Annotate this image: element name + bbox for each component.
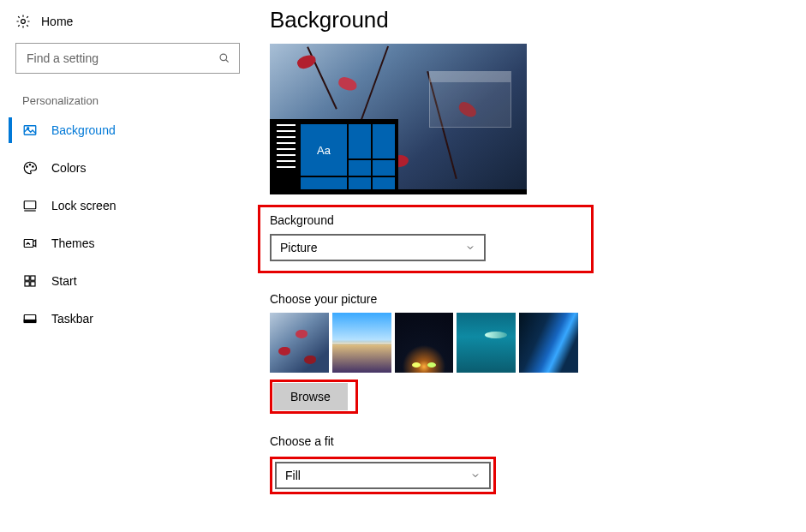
sidebar-item-label: Taskbar — [51, 312, 93, 326]
sidebar-section-title: Personalization — [9, 91, 253, 114]
svg-rect-8 — [24, 201, 36, 209]
taskbar-icon — [22, 311, 38, 326]
svg-rect-16 — [24, 320, 36, 323]
sidebar-item-label: Background — [51, 123, 116, 137]
picture-thumbnail-2[interactable] — [332, 313, 391, 373]
palette-icon — [22, 160, 38, 176]
background-type-group-highlight: Background Picture — [258, 205, 594, 273]
choose-picture-label: Choose your picture — [270, 292, 578, 306]
chevron-down-icon — [470, 470, 481, 481]
sidebar: Home Personalization Background — [0, 0, 253, 532]
preview-accent-tile: Aa — [301, 124, 347, 176]
sidebar-item-label: Start — [51, 274, 77, 288]
desktop-preview: Aa — [270, 44, 527, 194]
preview-taskbar — [270, 189, 527, 194]
search-icon — [218, 52, 230, 64]
svg-point-7 — [33, 166, 34, 168]
page-title: Background — [270, 7, 806, 33]
svg-point-6 — [29, 164, 31, 166]
browse-button[interactable]: Browse — [273, 383, 348, 410]
sidebar-item-start[interactable]: Start — [9, 265, 253, 297]
svg-rect-14 — [31, 282, 35, 286]
chevron-down-icon — [465, 242, 475, 253]
background-type-label: Background — [270, 213, 582, 227]
picture-thumbnail-3[interactable] — [395, 313, 454, 373]
svg-point-5 — [27, 166, 28, 168]
background-type-value: Picture — [280, 241, 318, 254]
svg-line-2 — [226, 60, 229, 63]
picture-thumbnail-4[interactable] — [457, 313, 516, 373]
start-grid-icon — [22, 273, 38, 289]
sidebar-item-colors[interactable]: Colors — [9, 152, 253, 184]
sidebar-item-label: Lock screen — [51, 199, 116, 212]
themes-icon — [22, 236, 38, 251]
settings-window: Home Personalization Background — [0, 0, 806, 532]
svg-point-0 — [21, 20, 26, 24]
sidebar-item-background[interactable]: Background — [9, 114, 253, 146]
svg-rect-12 — [31, 276, 35, 280]
svg-rect-13 — [25, 282, 29, 286]
main-content: Background Aa — [253, 0, 806, 532]
sidebar-item-label: Colors — [51, 161, 86, 175]
sidebar-item-themes[interactable]: Themes — [9, 227, 253, 260]
choose-fit-group: Choose a fit Fill — [270, 434, 578, 494]
picture-thumbnail-5[interactable] — [519, 313, 578, 373]
sidebar-item-taskbar[interactable]: Taskbar — [9, 302, 253, 335]
search-input-container[interactable] — [15, 43, 240, 74]
sidebar-item-label: Themes — [51, 236, 95, 250]
browse-button-highlight: Browse — [270, 380, 358, 414]
home-link[interactable]: Home — [9, 9, 253, 38]
home-label: Home — [41, 15, 73, 28]
choose-fit-label: Choose a fit — [270, 434, 578, 448]
picture-icon — [22, 123, 38, 138]
sidebar-item-lock-screen[interactable]: Lock screen — [9, 189, 253, 222]
background-type-dropdown[interactable]: Picture — [270, 234, 486, 261]
lock-screen-icon — [22, 198, 38, 213]
picture-thumbnails — [270, 313, 578, 373]
preview-start-menu: Aa — [270, 119, 398, 194]
picture-thumbnail-1[interactable] — [270, 313, 329, 373]
preview-sample-window — [429, 71, 511, 128]
gear-icon — [15, 14, 31, 29]
svg-point-4 — [27, 128, 29, 129]
choose-fit-highlight: Fill — [270, 457, 496, 494]
search-input[interactable] — [25, 51, 218, 66]
choose-picture-group: Choose your picture Browse — [270, 292, 578, 414]
svg-point-1 — [220, 54, 227, 61]
fit-dropdown[interactable]: Fill — [275, 462, 491, 489]
fit-value: Fill — [285, 469, 301, 482]
svg-rect-11 — [25, 276, 29, 280]
